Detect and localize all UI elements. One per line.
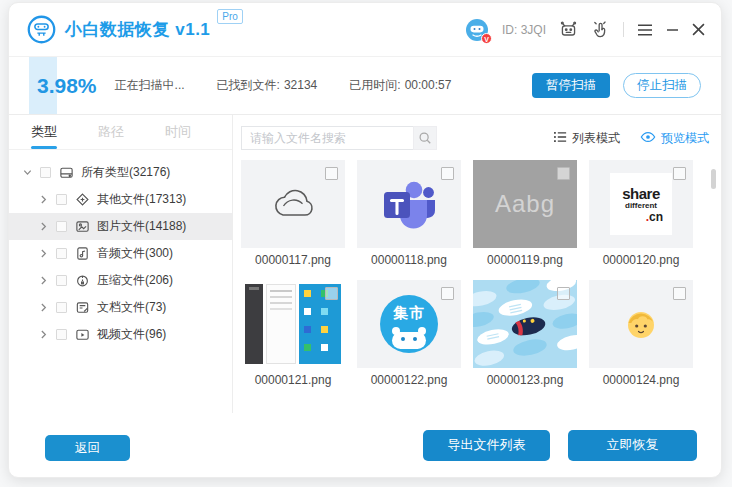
audio-file-icon [74,246,90,261]
chevron-right-icon[interactable] [37,329,49,340]
close-icon[interactable] [692,23,705,36]
desktop-screenshot-thumb[interactable] [241,280,345,368]
avatar-version-badge: V [481,33,492,44]
tree-item-label: 视频文件(96) [97,326,166,343]
tree-item[interactable]: 所有类型(32176) [9,159,232,186]
file-checkbox[interactable] [325,287,338,300]
tree-item-label: 压缩文件(206) [97,272,173,289]
tree-checkbox[interactable] [56,329,67,340]
chevron-down-icon[interactable] [21,167,33,178]
search-input[interactable] [241,126,413,150]
elapsed-time-value: 00:00:57 [405,78,452,92]
tree-item-label: 所有类型(32176) [81,164,170,181]
tree-item[interactable]: 文档文件(73) [9,294,232,321]
file-checkbox[interactable] [557,167,570,180]
tab-path[interactable]: 路径 [98,115,124,149]
file-checkbox[interactable] [557,287,570,300]
chevron-right-icon[interactable] [37,248,49,259]
chevron-right-icon[interactable] [37,194,49,205]
back-button[interactable]: 返回 [45,435,130,461]
tree-item[interactable]: 图片文件(14188) [9,213,232,240]
chevron-right-icon[interactable] [37,302,49,313]
file-card[interactable]: Aabg00000119.png [473,160,577,267]
child-emoji-thumb[interactable] [589,280,693,368]
tree-checkbox[interactable] [56,248,67,259]
font-sample-thumb[interactable]: Aabg [473,160,577,248]
other-file-icon [74,192,90,207]
zip-file-icon [74,273,90,288]
search-button[interactable] [413,126,437,150]
files-found-value: 32134 [284,78,317,92]
chevron-right-icon[interactable] [37,275,49,286]
file-card[interactable]: 集市00000122.png [357,280,461,387]
app-title: 小白数据恢复 v1.1 [65,18,210,41]
titlebar-divider [623,22,624,37]
file-grid: 00000117.png00000118.pngAabg00000119.png… [241,160,709,387]
tree-checkbox[interactable] [56,302,67,313]
cloud-outline-thumb[interactable] [241,160,345,248]
sidebar: 类型 路径 时间 所有类型(32176)其他文件(17313)图片文件(1418… [9,115,233,413]
file-type-tree: 所有类型(32176)其他文件(17313)图片文件(14188)音频文件(30… [9,150,232,348]
sidebar-tabs: 类型 路径 时间 [9,115,232,150]
file-checkbox[interactable] [673,287,686,300]
list-mode-toggle[interactable]: 列表模式 [553,130,620,147]
tree-item[interactable]: 压缩文件(206) [9,267,232,294]
tree-item[interactable]: 视频文件(96) [9,321,232,348]
tab-type[interactable]: 类型 [31,115,57,149]
tree-item[interactable]: 其他文件(17313) [9,186,232,213]
stop-scan-button[interactable]: 停止扫描 [623,73,701,98]
tab-time[interactable]: 时间 [165,115,191,149]
file-checkbox[interactable] [441,287,454,300]
file-card[interactable]: 00000123.png [473,280,577,387]
tree-checkbox[interactable] [56,275,67,286]
eye-icon [640,131,656,146]
file-name: 00000123.png [473,373,577,387]
files-found-stat: 已找到文件:32134 [217,77,318,94]
share-cn-logo-thumb[interactable]: sharedifferent.cn [589,160,693,248]
file-checkbox[interactable] [325,167,338,180]
tree-item-label: 音频文件(300) [97,245,173,262]
file-card[interactable]: 00000121.png [241,280,345,387]
tree-checkbox[interactable] [56,221,67,232]
file-name: 00000117.png [241,253,345,267]
file-name: 00000119.png [473,253,577,267]
chevron-right-icon[interactable] [37,221,49,232]
tree-checkbox[interactable] [56,194,67,205]
list-mode-label: 列表模式 [572,130,620,147]
file-name: 00000121.png [241,373,345,387]
file-name: 00000120.png [589,253,693,267]
file-card[interactable]: 00000124.png [589,280,693,387]
touch-click-icon[interactable] [591,20,610,39]
menu-icon[interactable] [637,23,653,37]
minimize-icon[interactable] [666,28,679,32]
user-avatar[interactable]: V [465,18,489,42]
pause-scan-button[interactable]: 暂停扫描 [532,73,610,98]
recover-now-button[interactable]: 立即恢复 [568,430,697,461]
teams-logo-thumb[interactable] [357,160,461,248]
file-checkbox[interactable] [673,167,686,180]
tree-checkbox[interactable] [40,167,51,178]
file-card[interactable]: sharedifferent.cn00000120.png [589,160,693,267]
pro-badge: Pro [217,9,243,24]
video-file-icon [74,327,90,342]
app-window: 小白数据恢复 v1.1 Pro V ID: 3JQI [8,2,722,478]
file-card[interactable]: 00000118.png [357,160,461,267]
export-file-list-button[interactable]: 导出文件列表 [423,430,550,461]
user-id: ID: 3JQI [502,23,546,37]
jishi-mascot-thumb[interactable]: 集市 [357,280,461,368]
robot-assistant-icon[interactable] [559,20,578,39]
files-found-label: 已找到文件: [217,78,280,92]
preview-mode-toggle[interactable]: 预览模式 [640,130,709,147]
fish-pattern-thumb[interactable] [473,280,577,368]
elapsed-time-label: 已用时间: [349,78,400,92]
file-name: 00000122.png [357,373,461,387]
file-checkbox[interactable] [441,167,454,180]
app-logo-robot-icon [27,15,56,44]
list-icon [553,130,567,147]
title-bar: 小白数据恢复 v1.1 Pro V ID: 3JQI [9,3,721,57]
file-name: 00000118.png [357,253,461,267]
file-card[interactable]: 00000117.png [241,160,345,267]
preview-mode-label: 预览模式 [661,130,709,147]
grid-scrollbar[interactable] [711,169,716,189]
tree-item[interactable]: 音频文件(300) [9,240,232,267]
